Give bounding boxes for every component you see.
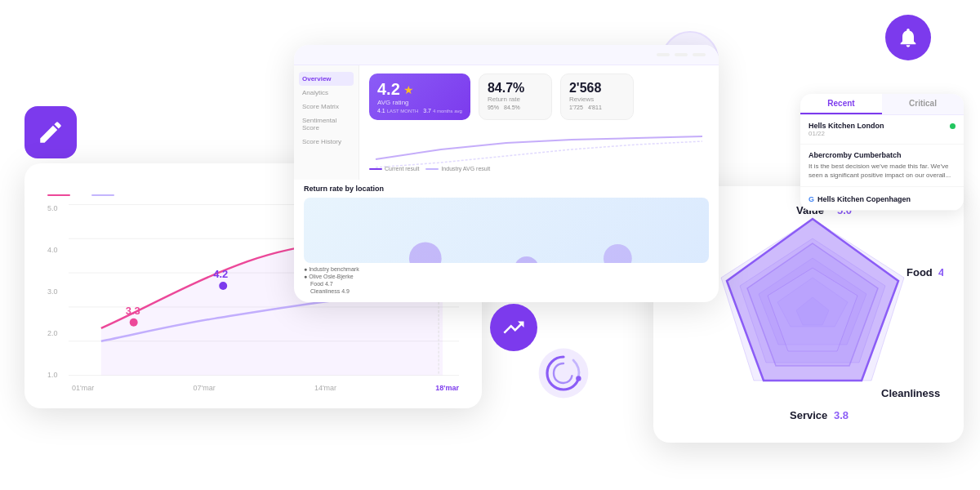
- return-rate-value: 84.7%: [488, 81, 543, 96]
- avg-rating-label: AVG rating: [377, 99, 462, 106]
- svg-text:4.2: 4.2: [213, 268, 228, 280]
- analytics-swirl-bubble: [535, 345, 592, 402]
- return-rate-map-title: Return rate by location: [304, 185, 709, 193]
- svg-point-13: [130, 318, 138, 327]
- bell-icon: [897, 26, 920, 49]
- analytics-swirl-icon: [537, 347, 590, 399]
- svg-text:Cleanliness: Cleanliness: [881, 387, 940, 399]
- svg-point-2: [514, 256, 539, 263]
- period-pill[interactable]: [675, 53, 688, 56]
- overview-main: 4.2 ★ AVG rating 4.1 LAST MONTH 3.7 4 mo…: [359, 65, 719, 180]
- review-source-3: G Hells Kitchen Copenhagen: [808, 195, 956, 203]
- review-item-2: Abercromby Cumberbatch It is the best de…: [800, 145, 964, 187]
- overview-header: [294, 45, 719, 65]
- legend-industry: [91, 194, 119, 196]
- return-rate-card: 84.7% Return rate 95% 84.5%: [479, 74, 552, 120]
- review-item-1: Hells Kitchen London 01/22: [800, 115, 964, 145]
- map-area: [304, 198, 709, 263]
- legend-line-current: [47, 194, 70, 196]
- return-rate-subs: 95% 84.5%: [488, 105, 543, 110]
- svg-text:3.8: 3.8: [834, 409, 849, 421]
- x-axis: 01'mar 07'mar 14'mar 18'mar: [47, 384, 459, 392]
- svg-point-15: [219, 282, 227, 290]
- svg-text:3.3: 3.3: [126, 305, 140, 317]
- review-name-1: Hells Kitchen London: [808, 122, 884, 130]
- write-replies-feature: [24, 106, 90, 158]
- reviews-count-subs: 1'725 4'811: [569, 105, 625, 110]
- notification-bell[interactable]: [885, 15, 931, 60]
- tab-critical[interactable]: Critical: [882, 94, 964, 114]
- reviews-panel: Recent Critical Hells Kitchen London 01/…: [800, 94, 964, 211]
- sidebar-score-matrix[interactable]: Score Matrix: [299, 100, 354, 114]
- review-item-3: G Hells Kitchen Copenhagen: [800, 187, 964, 211]
- avg-rating-subs: 4.1 LAST MONTH 3.7 4 months avg: [377, 108, 462, 114]
- review-text-2: It is the best decision we've made this …: [808, 162, 956, 180]
- overview-dashboard-card: Overview Analytics Score Matrix Sentimen…: [294, 45, 719, 302]
- reviews-count-label: Reviews: [569, 96, 625, 103]
- metrics-row: 4.2 ★ AVG rating 4.1 LAST MONTH 3.7 4 mo…: [369, 74, 709, 120]
- online-dot-1: [950, 123, 956, 129]
- sidebar-sentimental[interactable]: Sentimental Score: [299, 114, 354, 135]
- overview-bottom: Return rate by location ● Industry bench…: [294, 180, 719, 302]
- pen-icon: [37, 118, 65, 146]
- avg-rating-card: 4.2 ★ AVG rating 4.1 LAST MONTH 3.7 4 mo…: [369, 74, 470, 120]
- review-date-1: 01/22: [808, 130, 956, 137]
- google-badge: G: [808, 195, 814, 203]
- write-replies-icon: [24, 106, 77, 158]
- svg-point-4: [604, 244, 632, 263]
- svg-text:4.7: 4.7: [938, 266, 943, 278]
- return-rate-label: Return rate: [488, 96, 543, 103]
- mini-chart-svg: [369, 127, 709, 172]
- svg-text:Service: Service: [790, 409, 827, 421]
- y-axis: 5.0 4.0 3.0 2.0 1.0: [47, 204, 58, 379]
- sidebar-analytics[interactable]: Analytics: [299, 86, 354, 100]
- header-controls: [657, 53, 706, 56]
- location-pill[interactable]: [693, 53, 706, 56]
- legend-line-industry: [91, 194, 114, 196]
- sidebar-score-history[interactable]: Score History: [299, 135, 354, 149]
- trending-up-icon: [501, 315, 526, 340]
- overview-body: Overview Analytics Score Matrix Sentimen…: [294, 65, 719, 180]
- radar-svg: Value 5.0 Food 4.7 Cleanliness 4.9 Servi…: [682, 203, 943, 431]
- overview-sidebar: Overview Analytics Score Matrix Sentimen…: [294, 65, 359, 180]
- reviews-tabs: Recent Critical: [800, 94, 964, 115]
- reviews-count-value: 2'568: [569, 81, 625, 96]
- legend-current: [47, 194, 75, 196]
- review-name-2: Abercromby Cumberbatch: [808, 151, 956, 159]
- reviews-count-card: 2'568 Reviews 1'725 4'811: [560, 74, 634, 120]
- map-dots-svg: [304, 198, 709, 263]
- user-pill[interactable]: [657, 53, 670, 56]
- trend-up-icon-bubble: [490, 304, 537, 351]
- avg-rating-value: 4.2: [377, 80, 400, 99]
- review-name-3: Hells Kitchen Copenhagen: [817, 195, 911, 203]
- sidebar-overview[interactable]: Overview: [299, 72, 354, 86]
- svg-point-0: [409, 243, 442, 263]
- return-rate-panel: Return rate by location ● Industry bench…: [304, 185, 709, 294]
- radar-chart-container: Value 5.0 Food 4.7 Cleanliness 4.9 Servi…: [682, 203, 935, 423]
- mini-chart-area: Current result Industry AVG result: [369, 127, 709, 172]
- tab-recent[interactable]: Recent: [800, 94, 882, 114]
- svg-point-26: [576, 376, 581, 381]
- svg-text:Food: Food: [906, 266, 933, 278]
